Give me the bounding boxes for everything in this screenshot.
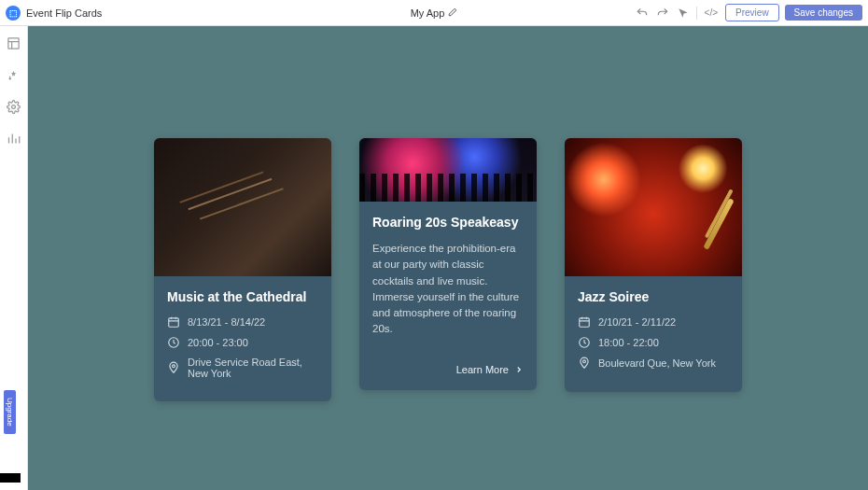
svg-rect-0 <box>8 37 19 48</box>
location-row: Boulevard Que, New York <box>578 357 729 370</box>
event-card[interactable]: Jazz Soiree 2/10/21 - 2/11/22 18:00 - 22… <box>565 138 742 392</box>
learn-more-link[interactable]: Learn More <box>372 364 524 375</box>
card-title: Music at the Cathedral <box>167 289 318 304</box>
topbar-left: ⬚ Event Flip Cards <box>6 6 291 21</box>
topbar-right: </> Preview Save changes <box>577 4 862 21</box>
redo-icon[interactable] <box>655 6 670 21</box>
clock-icon <box>167 336 180 349</box>
stats-icon[interactable] <box>7 131 21 146</box>
date-text: 2/10/21 - 2/11/22 <box>598 316 676 328</box>
card-body: Jazz Soiree 2/10/21 - 2/11/22 18:00 - 22… <box>565 276 742 392</box>
svg-point-9 <box>173 365 175 368</box>
card-body: Music at the Cathedral 8/13/21 - 8/14/22… <box>154 276 331 401</box>
layout-icon[interactable] <box>7 35 21 50</box>
body-area: Upgrade Music at the Cathedral 8/13/21 -… <box>0 26 868 490</box>
topbar-center: My App <box>291 7 577 19</box>
upgrade-button[interactable]: Upgrade <box>4 390 16 434</box>
learn-more-label: Learn More <box>456 364 509 375</box>
pin-icon <box>578 357 591 370</box>
time-row: 18:00 - 22:00 <box>578 336 729 349</box>
svg-rect-10 <box>580 318 590 327</box>
calendar-icon <box>578 315 591 329</box>
settings-icon[interactable] <box>7 99 21 114</box>
card-title: Jazz Soiree <box>578 289 729 304</box>
corner-decoration <box>0 473 21 483</box>
location-row: Drive Service Road East, New York <box>167 357 318 379</box>
pin-icon <box>167 361 180 374</box>
preview-button[interactable]: Preview <box>725 4 779 21</box>
date-row: 2/10/21 - 2/11/22 <box>578 315 729 329</box>
edit-name-icon[interactable] <box>448 7 457 19</box>
card-body: Roaring 20s Speakeasy Experience the pro… <box>359 202 537 390</box>
app-title: Event Flip Cards <box>26 7 102 19</box>
divider <box>696 7 697 20</box>
undo-icon[interactable] <box>635 6 650 21</box>
code-icon[interactable]: </> <box>703 7 720 18</box>
svg-point-3 <box>12 105 16 108</box>
date-row: 8/13/21 - 8/14/22 <box>167 315 318 329</box>
time-text: 18:00 - 22:00 <box>598 337 659 348</box>
clock-icon <box>578 336 591 349</box>
event-card[interactable]: Roaring 20s Speakeasy Experience the pro… <box>359 138 537 390</box>
card-image <box>565 138 742 276</box>
svg-point-15 <box>583 360 586 363</box>
svg-rect-4 <box>169 318 179 327</box>
project-name: My App <box>411 7 445 19</box>
chevron-right-icon <box>514 365 524 374</box>
canvas: Music at the Cathedral 8/13/21 - 8/14/22… <box>28 26 868 490</box>
card-title: Roaring 20s Speakeasy <box>372 215 524 230</box>
cursor-icon[interactable] <box>676 6 691 21</box>
date-text: 8/13/21 - 8/14/22 <box>188 316 265 328</box>
save-button[interactable]: Save changes <box>785 5 862 21</box>
time-text: 20:00 - 23:00 <box>188 337 248 348</box>
top-bar: ⬚ Event Flip Cards My App </> Preview Sa… <box>0 0 868 26</box>
calendar-icon <box>167 315 180 329</box>
location-text: Drive Service Road East, New York <box>188 357 318 379</box>
plugin-icon[interactable] <box>7 67 21 82</box>
time-row: 20:00 - 23:00 <box>167 336 318 349</box>
card-description: Experience the prohibition-era at our pa… <box>372 241 524 338</box>
logo-icon: ⬚ <box>6 6 21 21</box>
card-image <box>359 138 537 202</box>
location-text: Boulevard Que, New York <box>598 357 716 369</box>
card-image <box>154 138 331 276</box>
event-card[interactable]: Music at the Cathedral 8/13/21 - 8/14/22… <box>154 138 331 401</box>
